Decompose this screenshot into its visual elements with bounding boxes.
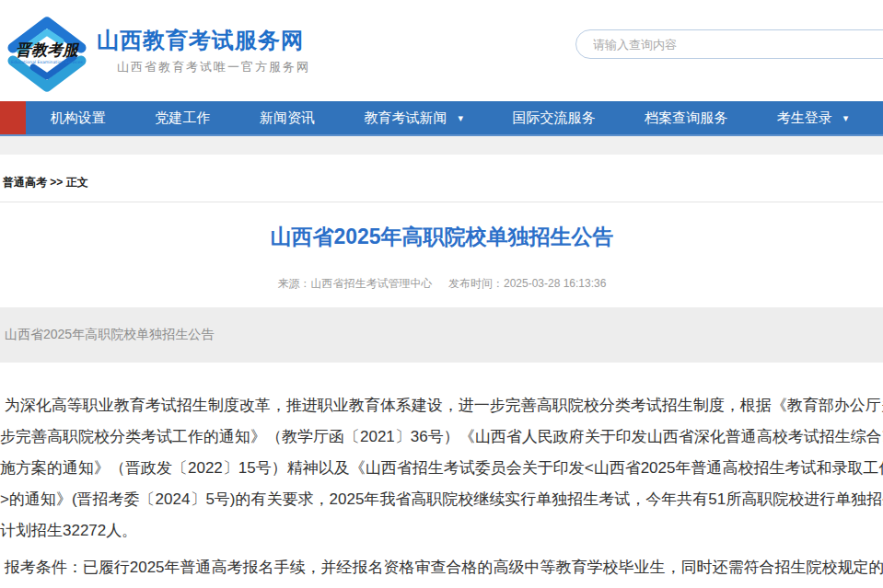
breadcrumb[interactable]: 普通高考 >> 正文 bbox=[3, 175, 883, 190]
article-summary-bar: 山西省2025年高职院校单独招生公告 bbox=[0, 307, 883, 363]
nav-item[interactable]: 新闻资讯 ▾ bbox=[260, 110, 315, 127]
chevron-down-icon: ▾ bbox=[458, 112, 463, 124]
nav-home-highlight[interactable] bbox=[0, 101, 26, 134]
nav-items: 机构设置 ▾ 党建工作 ▾ 新闻资讯 ▾ 教育考试新闻 ▾ 国际交流服务 ▾ 档… bbox=[26, 101, 873, 134]
body-text-line: 步完善高职院校分类考试工作的通知》（教学厅函〔2021〕36号）《山西省人民政府… bbox=[0, 421, 883, 453]
nav-item-label: 机构设置 bbox=[51, 110, 106, 127]
svg-text:晋教考服: 晋教考服 bbox=[16, 40, 80, 59]
body-text-line: >的通知》(晋招考委〔2024〕5号)的有关要求，2025年我省高职院校继续实行… bbox=[0, 484, 883, 515]
site-logo-icon: 晋教考服 Educational Examination Services bbox=[7, 13, 87, 92]
main-nav: 机构设置 ▾ 党建工作 ▾ 新闻资讯 ▾ 教育考试新闻 ▾ 国际交流服务 ▾ 档… bbox=[0, 101, 883, 136]
article-body: 为深化高等职业教育考试招生制度改革，推进职业教育体系建设，进一步完善高职院校分类… bbox=[0, 390, 883, 588]
breadcrumb-divider bbox=[0, 202, 883, 202]
nav-item-label: 考生登录 bbox=[777, 110, 832, 127]
browser-page: 晋教考服 Educational Examination Services 山西… bbox=[0, 0, 883, 588]
search-input[interactable] bbox=[575, 29, 883, 59]
nav-item[interactable]: 考生登录 ▾ bbox=[777, 110, 849, 127]
nav-item-label: 档案查询服务 bbox=[645, 110, 727, 127]
page-title: 山西省2025年高职院校单独招生公告 bbox=[0, 223, 883, 251]
nav-item[interactable]: 国际交流服务 ▾ bbox=[513, 110, 596, 127]
nav-item[interactable]: 机构设置 ▾ bbox=[51, 110, 106, 127]
chevron-down-icon: ▾ bbox=[843, 112, 849, 124]
article-source: 来源：山西省招生考试管理中心 bbox=[278, 277, 433, 290]
article-meta: 来源：山西省招生考试管理中心 发布时间：2025-03-28 16:13:36 bbox=[0, 276, 883, 292]
body-text-line: 名条件（具体见招生院校《单独招生简章》），方可报考相关高职院校的单独招生。 bbox=[0, 583, 883, 588]
nav-shadow-band bbox=[0, 136, 883, 155]
nav-item-label: 新闻资讯 bbox=[260, 110, 315, 127]
site-title[interactable]: 山西教育考试服务网 bbox=[97, 26, 304, 55]
body-text-line: 计划招生32272人。 bbox=[0, 515, 883, 547]
body-text-line: 施方案的通知》（晋政发〔2022〕15号）精神以及《山西省招生考试委员会关于印发… bbox=[0, 453, 883, 484]
nav-item-label: 国际交流服务 bbox=[513, 110, 596, 127]
nav-item-label: 党建工作 bbox=[155, 110, 210, 127]
nav-item[interactable]: 档案查询服务 ▾ bbox=[645, 110, 727, 127]
body-text-line: 报考条件：已履行2025年普通高考报名手续，并经报名资格审查合格的高级中等教育学… bbox=[0, 552, 883, 583]
nav-item[interactable]: 教育考试新闻 ▾ bbox=[364, 110, 463, 127]
site-header: 晋教考服 Educational Examination Services 山西… bbox=[0, 0, 883, 101]
body-text-line: 为深化高等职业教育考试招生制度改革，推进职业教育体系建设，进一步完善高职院校分类… bbox=[0, 390, 883, 421]
body-paragraph: 报考条件：已履行2025年普通高考报名手续，并经报名资格审查合格的高级中等教育学… bbox=[0, 552, 883, 588]
body-paragraph: 为深化高等职业教育考试招生制度改革，推进职业教育体系建设，进一步完善高职院校分类… bbox=[0, 390, 883, 547]
site-subtitle: 山西省教育考试唯一官方服务网 bbox=[117, 59, 310, 75]
article-publish-time: 发布时间：2025-03-28 16:13:36 bbox=[448, 277, 606, 290]
svg-text:Educational Examination Servic: Educational Examination Services bbox=[11, 60, 84, 64]
nav-item-label: 教育考试新闻 bbox=[364, 110, 447, 127]
nav-item[interactable]: 党建工作 ▾ bbox=[155, 110, 210, 127]
